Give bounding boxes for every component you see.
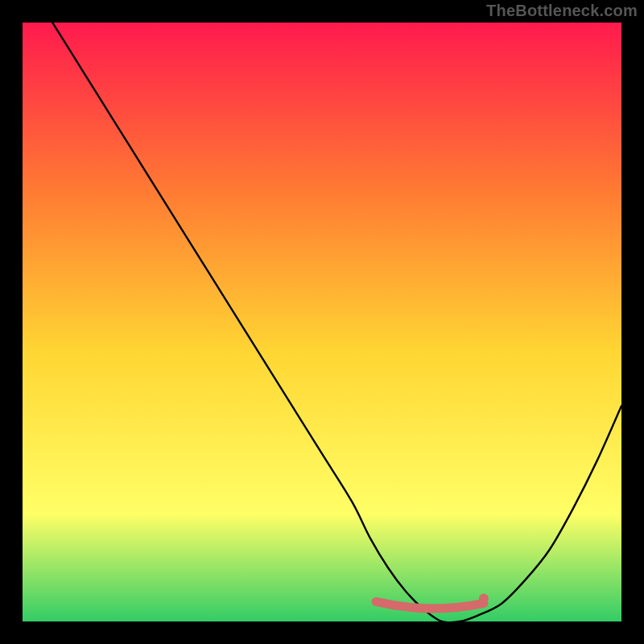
optimal-range-end-dot <box>479 593 489 603</box>
watermark-text: TheBottleneck.com <box>486 2 638 20</box>
gradient-background <box>23 23 621 621</box>
plot-area <box>23 23 621 621</box>
bottleneck-chart-svg <box>23 23 621 621</box>
chart-frame: TheBottleneck.com <box>0 0 644 644</box>
